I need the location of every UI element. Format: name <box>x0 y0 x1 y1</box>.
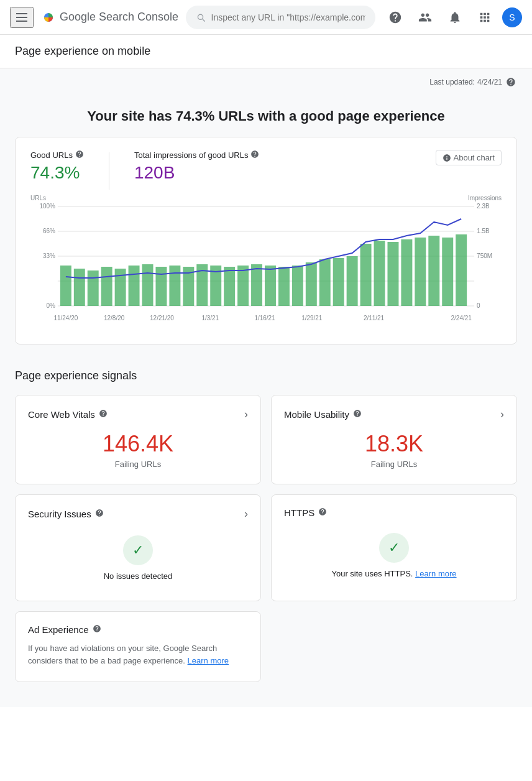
mobile-usability-header: Mobile Usability › <box>284 408 504 421</box>
svg-rect-31 <box>292 266 303 306</box>
last-updated-bar: Last updated: 4/24/21 <box>15 68 517 93</box>
svg-text:100%: 100% <box>39 203 55 210</box>
header: Google Search Console S <box>0 0 532 35</box>
good-urls-label: Good URLs <box>30 150 84 160</box>
svg-text:66%: 66% <box>43 228 55 234</box>
https-learn-more-link[interactable]: Learn more <box>415 569 456 578</box>
last-updated-help[interactable] <box>505 76 517 88</box>
search-input[interactable] <box>211 12 365 22</box>
svg-text:12/21/20: 12/21/20 <box>150 315 174 321</box>
manage-users-button[interactable] <box>413 5 438 30</box>
about-chart-button[interactable]: About chart <box>436 150 502 165</box>
https-status-text: Your site uses HTTPS. Learn more <box>331 569 456 578</box>
manage-users-icon <box>418 11 432 24</box>
svg-text:2/11/21: 2/11/21 <box>364 315 385 321</box>
avatar[interactable]: S <box>502 7 522 27</box>
help-small-icon <box>506 77 516 87</box>
mu-subtitle: Failing URLs <box>284 460 504 469</box>
bar-group <box>60 234 467 306</box>
svg-rect-40 <box>415 238 426 306</box>
svg-rect-35 <box>347 256 358 306</box>
chart-svg: 100% 66% 33% 0% 2.3B 1.5B 750M 0 <box>30 197 502 334</box>
ad-learn-more-link[interactable]: Learn more <box>188 656 229 665</box>
core-web-vitals-card: Core Web Vitals › 146.4K Failing URLs <box>15 395 261 484</box>
last-updated-label: Last updated: <box>429 78 475 86</box>
impressions-help-icon[interactable] <box>250 150 259 160</box>
ad-experience-header: Ad Experience <box>28 624 248 635</box>
core-web-vitals-title: Core Web Vitals <box>28 409 108 420</box>
svg-rect-14 <box>60 266 71 306</box>
https-title: HTTPS <box>284 507 327 518</box>
svg-rect-21 <box>155 267 167 306</box>
question-circle-small-icon <box>250 150 259 159</box>
security-check-circle: ✓ <box>123 535 153 565</box>
https-header: HTTPS <box>284 507 504 518</box>
svg-text:1.5B: 1.5B <box>477 228 490 234</box>
svg-text:1/16/21: 1/16/21 <box>254 315 275 321</box>
mu-arrow-icon[interactable]: › <box>500 408 504 421</box>
hero-section: Your site has 74.3% URLs with a good pag… <box>15 93 517 137</box>
security-check-area: ✓ No issues detected <box>28 530 248 586</box>
svg-text:2/24/21: 2/24/21 <box>451 315 472 321</box>
ad-help-icon[interactable] <box>93 624 101 635</box>
help-icon <box>388 11 402 24</box>
logo: Google Search Console <box>41 10 178 25</box>
impressions-label: Total impressions of good URLs <box>134 150 260 160</box>
svg-rect-42 <box>442 238 453 306</box>
logo-text: Google Search Console <box>60 11 178 24</box>
apps-icon <box>478 11 492 24</box>
svg-rect-39 <box>401 239 412 306</box>
page-title: Page experience on mobile <box>15 45 517 58</box>
mu-help-icon[interactable] <box>353 409 362 420</box>
notifications-button[interactable] <box>443 5 467 30</box>
page-title-bar: Page experience on mobile <box>0 35 532 68</box>
svg-text:11/24/20: 11/24/20 <box>53 315 78 321</box>
chart-header: Good URLs 74.3% Total impressions of goo… <box>30 150 502 190</box>
menu-button[interactable] <box>10 7 34 28</box>
security-check-mark: ✓ <box>132 542 144 558</box>
si-help-icon[interactable] <box>95 509 104 519</box>
good-urls-help-icon[interactable] <box>75 150 84 160</box>
svg-rect-20 <box>142 264 154 306</box>
svg-rect-36 <box>360 244 372 306</box>
security-issues-title: Security Issues <box>28 509 104 519</box>
svg-rect-38 <box>387 242 398 306</box>
svg-rect-41 <box>428 236 439 306</box>
svg-text:33%: 33% <box>43 252 55 259</box>
svg-rect-28 <box>251 264 262 306</box>
info-icon <box>443 154 451 162</box>
svg-rect-27 <box>237 266 249 306</box>
mobile-usability-card: Mobile Usability › 18.3K Failing URLs <box>271 395 517 484</box>
svg-rect-18 <box>115 269 126 306</box>
security-issues-header: Security Issues › <box>28 507 248 520</box>
chart-card: Good URLs 74.3% Total impressions of goo… <box>15 137 517 344</box>
svg-text:12/8/20: 12/8/20 <box>104 315 125 321</box>
cwv-arrow-icon[interactable]: › <box>244 408 248 421</box>
cwv-help-icon[interactable] <box>99 409 108 420</box>
ad-experience-card: Ad Experience If you have ad violations … <box>15 611 261 682</box>
metric-divider <box>109 152 109 190</box>
mu-value: 18.3K <box>284 431 504 457</box>
good-urls-metric: Good URLs 74.3% <box>30 150 84 183</box>
svg-text:0%: 0% <box>46 302 55 309</box>
svg-rect-43 <box>456 234 467 306</box>
security-status-text: No issues detected <box>104 571 173 581</box>
signals-section-title: Page experience signals <box>15 364 517 382</box>
impressions-value: 120B <box>134 163 260 183</box>
https-check-circle: ✓ <box>379 533 409 563</box>
svg-text:0: 0 <box>477 302 480 309</box>
si-arrow-icon[interactable]: › <box>244 507 248 520</box>
search-bar[interactable] <box>186 6 375 29</box>
https-check-area: ✓ Your site uses HTTPS. Learn more <box>284 528 504 583</box>
help-button[interactable] <box>383 5 408 30</box>
apps-button[interactable] <box>472 5 497 30</box>
svg-rect-22 <box>169 266 180 306</box>
svg-text:750M: 750M <box>477 252 492 259</box>
last-updated-date: 4/24/21 <box>477 78 502 86</box>
svg-text:1/29/21: 1/29/21 <box>301 315 323 321</box>
signals-grid: Core Web Vitals › 146.4K Failing URLs Mo… <box>15 395 517 682</box>
https-help-icon[interactable] <box>318 507 327 518</box>
header-actions: S <box>383 5 522 30</box>
https-card: HTTPS ✓ Your site uses HTTPS. Learn more <box>271 494 517 601</box>
search-icon <box>196 12 206 23</box>
